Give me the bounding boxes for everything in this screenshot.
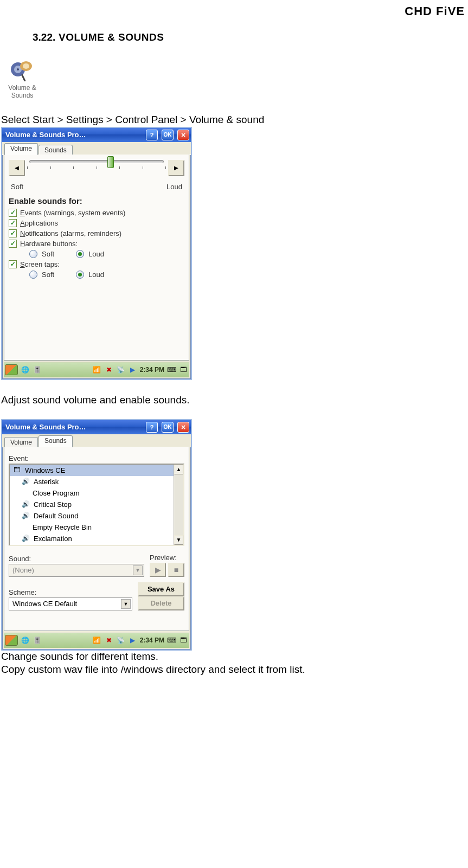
save-as-button[interactable]: Save As <box>138 582 184 596</box>
help-button[interactable]: ? <box>146 130 158 140</box>
scheme-label: Scheme: <box>9 588 132 596</box>
notifications-checkbox[interactable]: ✓ <box>9 229 17 237</box>
tabs-row-2: Volume Sounds <box>2 434 191 447</box>
clock: 2:34 PM <box>140 366 164 374</box>
list-item[interactable]: Empty Recycle Bin <box>10 522 174 533</box>
play-button[interactable]: ▶ <box>150 563 166 577</box>
ok-button[interactable]: OK <box>162 130 174 140</box>
slider-ticks <box>27 166 166 169</box>
brand-label: CHD FiVE <box>0 4 468 18</box>
hw-loud-label: Loud <box>88 250 104 258</box>
events-checkbox[interactable]: ✓ <box>9 209 17 217</box>
volume-tab-body: ◄ ► Soft Loud Enable sounds for: ✓ E <box>4 155 189 361</box>
instruction-3: Change sounds for different items. <box>1 651 468 663</box>
label-loud: Loud <box>166 183 182 191</box>
volume-up-button[interactable]: ► <box>168 160 184 176</box>
window-title: Volume & Sounds Pro… <box>5 131 144 139</box>
sound-combo-value: (None) <box>12 566 34 574</box>
taps-soft-radio[interactable] <box>29 271 37 279</box>
hardware-buttons-checkbox[interactable]: ✓ <box>9 240 17 248</box>
delete-button[interactable]: Delete <box>138 596 184 610</box>
tray-icon-1b[interactable]: 🌐 <box>20 635 30 645</box>
tab-volume-2[interactable]: Volume <box>4 437 38 448</box>
stop-button[interactable]: ■ <box>168 563 184 577</box>
tray-icon-4b[interactable]: ✖ <box>104 635 114 645</box>
titlebar-2: Volume & Sounds Pro… ? OK × <box>2 420 191 434</box>
tray-icon-5[interactable]: 📡 <box>116 365 126 375</box>
instruction-4: Copy custom wav file into /windows direc… <box>1 664 468 676</box>
tabs-row: Volume Sounds <box>2 142 191 155</box>
instruction-1: Select Start > Settings > Control Panel … <box>1 114 468 126</box>
scroll-up-button[interactable]: ▲ <box>174 465 183 474</box>
chevron-down-icon: ▼ <box>121 599 131 609</box>
list-item-label: Asterisk <box>34 478 59 486</box>
tray-icon-6[interactable]: ▶ <box>128 365 138 375</box>
list-item-label: Close Program <box>33 489 80 497</box>
tray-icon-1[interactable]: 🌐 <box>20 365 30 375</box>
label-soft: Soft <box>11 183 23 191</box>
speaker-icon: 🔊 <box>21 500 30 509</box>
notifications-label: Notifications (alarms, reminders) <box>20 229 121 237</box>
list-item-label: Empty Recycle Bin <box>33 523 92 531</box>
start-button[interactable] <box>5 364 18 375</box>
sip-button[interactable]: ⌨ <box>166 365 176 375</box>
list-item-label: Exclamation <box>34 535 72 543</box>
list-item[interactable]: 🗔 Windows CE <box>10 465 174 476</box>
tray-icon-3[interactable]: 📶 <box>92 365 102 375</box>
event-listbox[interactable]: 🗔 Windows CE 🔊 Asterisk Close Program 🔊 … <box>9 464 184 546</box>
tray-icon-2[interactable]: 🎚️ <box>32 365 42 375</box>
scheme-combo[interactable]: Windows CE Default ▼ <box>9 597 132 610</box>
svg-rect-5 <box>21 74 26 81</box>
listbox-scrollbar[interactable]: ▲ ▼ <box>174 465 183 545</box>
help-button-2[interactable]: ? <box>146 422 158 433</box>
sounds-window: Volume & Sounds Pro… ? OK × Volume Sound… <box>1 419 192 651</box>
tab-sounds-2[interactable]: Sounds <box>39 435 73 447</box>
ok-button-2[interactable]: OK <box>162 422 174 433</box>
sip-button-2[interactable]: ⌨ <box>166 635 176 645</box>
sound-combo[interactable]: (None) ▼ <box>9 564 144 577</box>
close-button[interactable]: × <box>177 130 189 140</box>
start-button-2[interactable] <box>5 635 18 646</box>
tray-icon-6b[interactable]: ▶ <box>128 635 138 645</box>
titlebar: Volume & Sounds Pro… ? OK × <box>2 128 191 142</box>
list-item[interactable]: 🔊 Critical Stop <box>10 499 174 510</box>
hardware-buttons-label: Hardware buttons: <box>20 240 78 248</box>
taps-loud-label: Loud <box>88 271 104 279</box>
hw-loud-radio[interactable] <box>76 250 84 258</box>
tray-icon-3b[interactable]: 📶 <box>92 635 102 645</box>
applications-checkbox[interactable]: ✓ <box>9 219 17 227</box>
svg-point-2 <box>17 68 19 70</box>
section-number: 3.22. <box>33 31 55 43</box>
tray-icon-5b[interactable]: 📡 <box>116 635 126 645</box>
enable-sounds-heading: Enable sounds for: <box>9 196 184 205</box>
desktop-button-2[interactable]: 🗔 <box>178 635 188 645</box>
volume-down-button[interactable]: ◄ <box>9 160 25 176</box>
tab-volume[interactable]: Volume <box>4 143 38 155</box>
screen-taps-checkbox[interactable]: ✓ <box>9 260 17 268</box>
list-item[interactable]: 🔊 Default Sound <box>10 510 174 522</box>
applications-label: Applications <box>20 219 58 227</box>
windows-icon: 🗔 <box>12 466 22 474</box>
preview-label: Preview: <box>150 554 184 562</box>
close-button-2[interactable]: × <box>177 422 189 433</box>
desktop-button[interactable]: 🗔 <box>178 365 188 375</box>
volume-slider-track[interactable] <box>29 160 164 163</box>
tray-icon-4[interactable]: ✖ <box>104 365 114 375</box>
clock-2: 2:34 PM <box>140 636 164 644</box>
scheme-combo-value: Windows CE Default <box>12 600 77 608</box>
list-item[interactable]: Close Program <box>10 487 174 499</box>
scroll-down-button[interactable]: ▼ <box>174 535 183 545</box>
tab-sounds[interactable]: Sounds <box>39 145 73 156</box>
section-title: VOLUME & SOUNDS <box>55 31 164 43</box>
hw-soft-radio[interactable] <box>29 250 37 258</box>
list-item[interactable]: 🔊 Exclamation <box>10 533 174 544</box>
events-label: Events (warnings, system events) <box>20 209 125 217</box>
window-title-2: Volume & Sounds Pro… <box>5 423 144 431</box>
tray-icon-2b[interactable]: 🎚️ <box>32 635 42 645</box>
section-heading: 3.22. VOLUME & SOUNDS <box>33 31 468 43</box>
list-item-label: Critical Stop <box>34 500 72 509</box>
screen-taps-label: Screen taps: <box>20 260 60 268</box>
taps-loud-radio[interactable] <box>76 271 84 279</box>
list-item[interactable]: 🔊 Asterisk <box>10 476 174 487</box>
speaker-icon: 🔊 <box>21 477 30 486</box>
